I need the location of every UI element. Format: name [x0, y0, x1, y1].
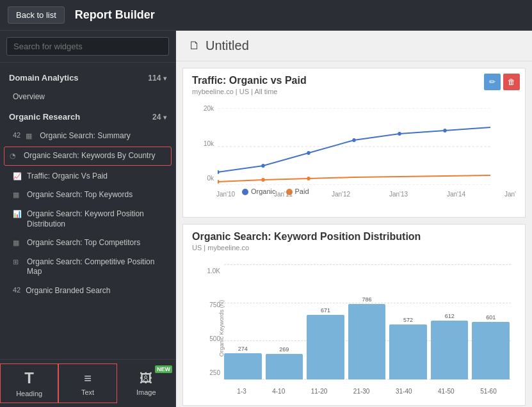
new-badge: NEW — [155, 365, 172, 373]
x-31-40: 31-40 — [396, 388, 412, 395]
sidebar-item-organic-summary[interactable]: 42 ▦ Organic Search: Summary — [0, 127, 175, 146]
y-10k: 10k — [204, 140, 214, 147]
domain-analytics-count: 114 — [148, 74, 161, 83]
traffic-card-title: Traffic: Organic vs Paid — [192, 75, 516, 86]
svg-point-3 — [218, 170, 220, 174]
x-jan: Jan' — [504, 191, 516, 198]
delete-button[interactable]: 🗑 — [503, 74, 520, 90]
bar-31-40-value: 572 — [403, 317, 413, 323]
bar-chart-icon: 📊 — [13, 210, 22, 218]
bar-31-40-rect — [389, 324, 427, 379]
domain-analytics-label: Domain Analytics — [9, 73, 79, 83]
card-toolbar: ✏ 🗑 — [484, 74, 520, 90]
branded-search-label: Organic Branded Search — [26, 286, 166, 296]
competitive-position-label: Organic Search: Competitive Position Map — [27, 257, 166, 277]
image-icon: 🖼 — [140, 371, 152, 386]
svg-point-7 — [398, 132, 401, 136]
svg-point-6 — [352, 138, 355, 142]
bar-4-10: 269 — [266, 346, 303, 379]
top-competitors-label: Organic Search: Top Competitors — [27, 238, 166, 248]
y-1k: 1.0K — [207, 267, 220, 275]
x-jan11: Jan'11 — [274, 191, 293, 198]
keyword-position-card: Organic Search: Keyword Position Distrib… — [182, 224, 526, 406]
traffic-card: ✏ 🗑 Traffic: Organic vs Paid mybeeline.c… — [182, 68, 526, 218]
bar-4-10-rect — [266, 354, 303, 379]
traffic-label: Traffic: Organic Vs Paid — [27, 172, 166, 182]
y-250: 250 — [209, 369, 220, 376]
organic-research-section[interactable]: Organic Research 24 ▾ — [0, 107, 175, 127]
x-11-20: 11-20 — [311, 388, 328, 395]
bar-51-60: 601 — [472, 314, 510, 379]
traffic-card-subtitle: mybeeline.co | US | All time — [192, 88, 516, 95]
main-layout: Domain Analytics 114 ▾ Overview Organic … — [0, 31, 532, 407]
image-widget[interactable]: NEW 🖼 Image — [117, 363, 175, 403]
overview-label: Overview — [13, 92, 166, 102]
widget-tray: T Heading ≡ Text NEW 🖼 Image — [0, 359, 175, 407]
svg-point-4 — [261, 164, 264, 168]
document-icon: 🗋 — [189, 39, 200, 52]
x-4-10: 4-10 — [272, 388, 285, 395]
sidebar-item-top-keywords[interactable]: ▦ Organic Search: Top Keywords — [0, 186, 175, 205]
table-icon2: ▦ — [13, 191, 22, 199]
line-chart-svg — [218, 108, 490, 185]
sidebar-item-top-competitors[interactable]: ▦ Organic Search: Top Competitors — [0, 234, 175, 253]
bar-4-10-value: 269 — [279, 346, 289, 353]
bar-21-30-rect — [348, 304, 386, 379]
bar-41-50-value: 612 — [445, 313, 455, 319]
sidebar-item-competitive-position[interactable]: ⊞ Organic Search: Competitive Position M… — [0, 253, 175, 282]
line-yaxis: 20k 10k 0k — [192, 102, 216, 185]
line-chart-area: 20k 10k 0k — [192, 102, 516, 211]
organic-summary-label: Organic Search: Summary — [40, 131, 166, 141]
bar-21-30-value: 786 — [362, 296, 372, 303]
bar-chart-area: 1.0K 750 500 250 Organic Keywords (N) — [192, 258, 516, 399]
sidebar-search-area — [0, 31, 175, 63]
bar-1-3: 274 — [224, 346, 262, 379]
bar-xaxis: 1-3 4-10 11-20 21-30 31-40 41-50 51-60 — [224, 388, 510, 395]
keyword-position-label: Organic Search: Keyword Position Distrib… — [27, 209, 166, 229]
svg-point-10 — [261, 178, 264, 182]
sidebar-item-overview[interactable]: Overview — [0, 88, 175, 107]
report-title: Report Builder — [75, 8, 155, 22]
domain-analytics-section[interactable]: Domain Analytics 114 ▾ — [0, 68, 175, 88]
x-jan13: Jan'13 — [389, 191, 408, 198]
sidebar-item-keyword-position[interactable]: 📊 Organic Search: Keyword Position Distr… — [0, 205, 175, 234]
page-title: Untitled — [206, 38, 249, 53]
sidebar-item-branded-search[interactable]: 42 Organic Branded Search — [0, 282, 175, 301]
sidebar-item-keywords-country[interactable]: ◔ Organic Search: Keywords By Country — [4, 147, 172, 166]
text-widget[interactable]: ≡ Text — [58, 363, 117, 403]
keyword-position-card-title: Organic Search: Keyword Position Distrib… — [192, 231, 516, 243]
x-51-60: 51-60 — [480, 388, 497, 395]
line-chart-icon: 📈 — [13, 172, 22, 180]
text-icon: ≡ — [84, 371, 92, 386]
edit-button[interactable]: ✏ — [484, 74, 501, 90]
organic-research-label: Organic Research — [9, 112, 80, 122]
svg-point-8 — [443, 129, 446, 132]
svg-point-9 — [218, 180, 220, 184]
sidebar-item-traffic[interactable]: 📈 Traffic: Organic Vs Paid — [0, 167, 175, 186]
heading-widget[interactable]: T Heading — [0, 363, 58, 403]
heading-label: Heading — [16, 390, 42, 397]
keywords-country-label: Organic Search: Keywords By Country — [24, 151, 166, 161]
x-jan10: Jan'10 — [216, 191, 235, 198]
pie-icon: ◔ — [10, 152, 19, 160]
table-icon3: ▦ — [13, 239, 22, 247]
image-label: Image — [136, 388, 156, 396]
y-20k: 20k — [204, 105, 214, 112]
scatter-icon: ⊞ — [13, 258, 22, 266]
organic-summary-num: 42 — [13, 131, 20, 139]
y-0k: 0k — [207, 175, 214, 182]
svg-point-11 — [307, 177, 310, 180]
search-input[interactable] — [6, 37, 169, 56]
chevron-down-icon: ▾ — [163, 75, 166, 82]
topbar: Back to list Report Builder — [0, 0, 532, 31]
top-keywords-label: Organic Search: Top Keywords — [27, 190, 166, 200]
bar-51-60-value: 601 — [486, 314, 496, 321]
bar-51-60-rect — [472, 322, 510, 379]
bar-41-50: 612 — [431, 313, 469, 379]
content-header: 🗋 Untitled — [176, 31, 532, 61]
svg-point-5 — [307, 151, 310, 155]
bar-41-50-rect — [431, 321, 469, 379]
sidebar: Domain Analytics 114 ▾ Overview Organic … — [0, 31, 176, 407]
heading-icon: T — [24, 369, 34, 387]
back-button[interactable]: Back to list — [8, 6, 65, 24]
